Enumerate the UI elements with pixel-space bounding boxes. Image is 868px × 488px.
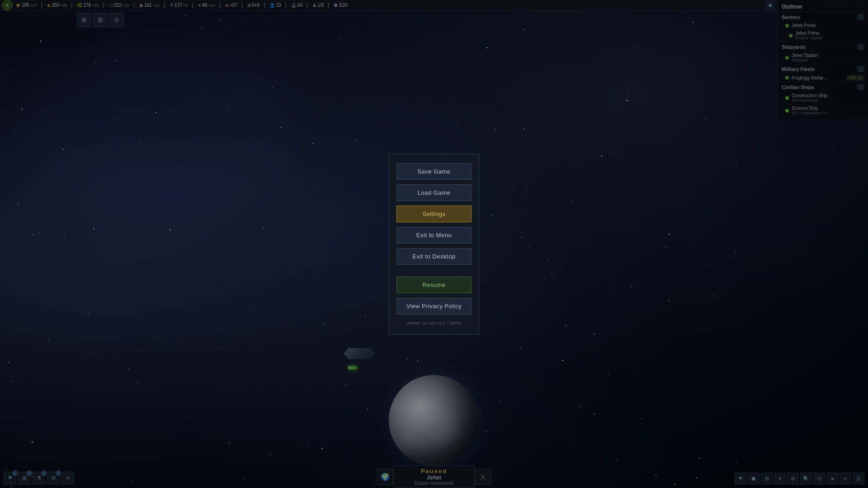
exit-to-desktop-button[interactable]: Exit to Desktop [396,248,472,265]
privacy-policy-button[interactable]: View Privacy Policy [396,298,472,314]
settings-button[interactable]: Settings [396,206,472,222]
pause-menu: Save Game Load Game Settings Exit to Men… [389,154,479,335]
resume-button[interactable]: Resume [396,277,472,293]
load-game-button[interactable]: Load Game [396,184,472,201]
menu-spacer [396,269,472,272]
menu-overlay: Save Game Load Game Settings Exit to Men… [0,0,868,488]
version-text: Version: Le Guin v2.2.7 (ea03) [396,321,472,325]
save-game-button[interactable]: Save Game [396,163,472,180]
exit-to-menu-button[interactable]: Exit to Menu [396,227,472,244]
